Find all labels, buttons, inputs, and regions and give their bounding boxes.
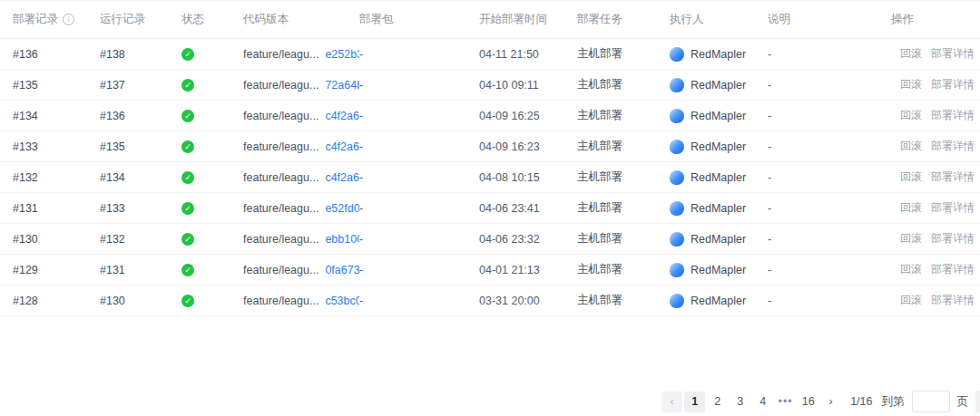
commit-link[interactable]: ebb10067 [325,233,359,246]
success-status-icon: ✓ [181,202,194,215]
commit-link[interactable]: 72a64bc0 [325,79,359,92]
deploy-detail-action[interactable]: 部署详情 [931,47,975,60]
rollback-action[interactable]: 回滚 [900,263,922,276]
success-status-icon: ✓ [181,140,194,153]
pagination-page-4[interactable]: 4 [752,392,773,412]
cell-status: ✓ [181,47,243,61]
column-header-code_version: 代码版本 [243,12,359,27]
executor-name: RedMapler [691,171,746,184]
pagination-confirm-button[interactable]: 确定 [975,391,980,412]
cell-task: 主机部署 [577,262,670,277]
commit-link[interactable]: e252b362 [325,48,359,61]
column-header-label: 操作 [891,12,914,27]
cell-note: - [768,233,891,246]
cell-deploy-record: #132 [13,171,100,184]
executor-name: RedMapler [691,264,746,276]
cell-note: - [768,48,891,61]
user-avatar [670,201,684,216]
cell-actions: 回滚部署详情 [891,108,975,123]
column-header-executor: 执行人 [670,12,768,27]
table-row: #133#135✓feature/leagu...c4f2a65f-04-09 … [0,131,980,162]
rollback-action[interactable]: 回滚 [900,294,922,306]
pagination-next-icon[interactable]: › [820,392,841,412]
user-avatar [670,232,684,247]
pagination-summary: 1/16 [850,395,872,408]
pagination-page-3[interactable]: 3 [730,392,750,412]
rollback-action[interactable]: 回滚 [900,109,922,121]
executor-name: RedMapler [691,295,746,307]
cell-note: - [768,110,891,122]
column-header-label: 开始部署时间 [479,12,547,27]
cell-package: - [359,171,479,184]
table-row: #130#132✓feature/leagu...ebb10067-04-06 … [0,224,980,255]
pagination-page-2[interactable]: 2 [707,392,728,412]
cell-deploy-record: #130 [13,233,100,246]
branch-name: feature/leagu... [243,264,318,276]
cell-actions: 回滚部署详情 [891,231,975,247]
cell-actions: 回滚部署详情 [891,200,975,216]
cell-task: 主机部署 [577,200,670,216]
cell-run-record: #133 [100,202,181,215]
rollback-action[interactable]: 回滚 [900,47,922,60]
cell-note: - [768,202,891,215]
column-header-deploy_record: 部署记录i [13,12,100,27]
rollback-action[interactable]: 回滚 [900,78,922,91]
cell-start-time: 03-31 20:00 [479,295,577,307]
deploy-detail-action[interactable]: 部署详情 [931,294,975,306]
info-icon[interactable]: i [63,14,74,25]
rollback-action[interactable]: 回滚 [900,140,922,152]
pagination-page-16[interactable]: 16 [798,392,818,412]
commit-link[interactable]: c4f2a65f [325,110,359,122]
deploy-detail-action[interactable]: 部署详情 [931,232,975,245]
cell-task: 主机部署 [577,77,670,92]
branch-name: feature/leagu... [243,79,318,92]
cell-code-version: feature/leagu...0fa67337 [243,264,359,276]
user-avatar [670,263,684,277]
pagination-page-1[interactable]: 1 [684,392,705,412]
cell-run-record: #137 [100,79,181,92]
commit-link[interactable]: c4f2a65f [325,171,359,184]
cell-package: - [359,264,479,276]
cell-actions: 回滚部署详情 [891,293,975,308]
deploy-detail-action[interactable]: 部署详情 [931,170,975,183]
cell-task: 主机部署 [577,139,670,154]
cell-actions: 回滚部署详情 [891,139,975,154]
rollback-action[interactable]: 回滚 [900,232,922,245]
commit-link[interactable]: 0fa67337 [325,264,359,276]
commit-link[interactable]: c53bc052 [325,295,359,307]
cell-start-time: 04-06 23:32 [479,233,577,246]
cell-deploy-record: #136 [13,48,100,61]
branch-name: feature/leagu... [243,202,318,215]
cell-executor: RedMapler [670,140,768,154]
success-status-icon: ✓ [181,110,194,122]
table-row: #136#138✓feature/leagu...e252b362-04-11 … [0,39,980,70]
commit-link[interactable]: e52fd0b0 [325,202,359,215]
column-header-label: 部署任务 [577,12,622,27]
column-header-label: 部署包 [359,12,394,27]
cell-start-time: 04-09 16:25 [479,110,577,122]
pagination-goto-input[interactable] [912,391,950,412]
cell-executor: RedMapler [670,78,768,92]
deploy-detail-action[interactable]: 部署详情 [931,78,975,91]
branch-name: feature/leagu... [243,140,318,153]
deploy-detail-action[interactable]: 部署详情 [931,109,975,121]
column-header-label: 执行人 [670,12,704,27]
pagination-prev-icon[interactable]: ‹ [662,392,682,412]
cell-task: 主机部署 [577,293,670,308]
deploy-detail-action[interactable]: 部署详情 [931,201,975,214]
cell-status: ✓ [181,109,243,122]
cell-note: - [768,140,891,153]
deploy-detail-action[interactable]: 部署详情 [931,140,975,152]
cell-start-time: 04-10 09:11 [479,79,577,92]
user-avatar [670,140,684,154]
commit-link[interactable]: c4f2a65f [325,140,359,153]
success-status-icon: ✓ [181,48,194,61]
branch-name: feature/leagu... [243,48,318,61]
table-row: #132#134✓feature/leagu...c4f2a65f-04-08 … [0,162,980,193]
rollback-action[interactable]: 回滚 [900,170,922,183]
cell-start-time: 04-01 21:13 [479,264,577,276]
cell-start-time: 04-06 23:41 [479,202,577,215]
pagination-ellipsis: ••• [775,392,796,412]
deploy-detail-action[interactable]: 部署详情 [931,263,975,276]
rollback-action[interactable]: 回滚 [900,201,922,214]
